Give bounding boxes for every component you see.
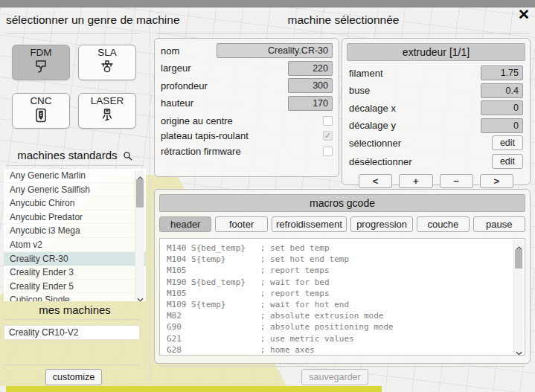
machine-type-label: FDM xyxy=(30,47,51,58)
list-item[interactable]: Cubicon Single xyxy=(4,293,146,301)
cnc-mill-icon xyxy=(32,106,50,126)
firmware-retract-checkbox[interactable] xyxy=(323,147,333,156)
tab-layer[interactable]: couche xyxy=(417,216,469,232)
left-panel-title: sélectionner un genre de machine xyxy=(6,13,180,27)
save-button[interactable]: sauvegarder xyxy=(301,369,368,385)
gcode-scrollbar[interactable] xyxy=(513,240,523,353)
tab-cooling[interactable]: refroidissement xyxy=(272,216,347,232)
nozzle-label: buse xyxy=(349,85,370,96)
machine-type-cnc[interactable]: CNC xyxy=(12,93,70,129)
left-title-divider xyxy=(6,33,140,33)
standards-machine-list: Any Generic Marlin Any Generic Sailfish … xyxy=(4,169,146,301)
tab-progress[interactable]: progression xyxy=(350,216,413,232)
list-item[interactable]: Atom v2 xyxy=(4,238,146,252)
belt-bed-label: plateau tapis-roulant xyxy=(161,130,249,141)
extruder-panel: extrudeur [1/1] filament buse décalage x… xyxy=(342,38,531,185)
list-item[interactable]: Anycubic Chiron xyxy=(4,196,146,211)
chevron-down-icon[interactable] xyxy=(135,292,145,300)
machine-settings-panel: nom largeur profondeur hauteur origine a… xyxy=(154,38,339,177)
gcode-editor[interactable]: M140 S{bed_temp} ; set bed temp M104 S{t… xyxy=(159,238,525,356)
standards-divider xyxy=(6,165,142,166)
machine-dialog: sélectionner un genre de machine machine… xyxy=(0,0,535,392)
standards-title: machines standards xyxy=(4,149,146,161)
machine-type-sla[interactable]: SLA xyxy=(78,45,136,80)
depth-label: profondeur xyxy=(161,80,208,91)
list-item[interactable]: Anycubic i3 Mega xyxy=(4,224,146,238)
filament-label: filament xyxy=(349,68,383,79)
gcode-scrollbar-thumb[interactable] xyxy=(515,249,522,269)
extruder-add-button[interactable]: + xyxy=(399,174,432,188)
depth-field[interactable] xyxy=(288,78,333,93)
standards-title-text: machines standards xyxy=(17,149,117,161)
machine-type-label: CNC xyxy=(30,95,51,106)
name-field[interactable] xyxy=(217,43,333,58)
machine-type-label: LASER xyxy=(91,95,124,106)
list-item[interactable]: Creality CR-30 xyxy=(4,252,146,266)
name-label: nom xyxy=(161,45,179,57)
width-label: largeur xyxy=(161,62,190,74)
width-field[interactable] xyxy=(288,61,333,76)
select-edit-button[interactable]: edit xyxy=(492,135,523,150)
fdm-extruder-icon xyxy=(32,58,50,78)
firmware-retract-label: rétraction firmware xyxy=(161,146,241,157)
origin-center-checkbox[interactable] xyxy=(323,116,333,126)
nozzle-field[interactable] xyxy=(481,83,523,98)
extruder-remove-button[interactable]: − xyxy=(440,174,473,188)
origin-center-label: origine au centre xyxy=(161,115,233,126)
height-field[interactable] xyxy=(288,96,333,111)
tab-pause[interactable]: pause xyxy=(473,216,525,232)
my-machine-item[interactable] xyxy=(4,325,140,340)
tab-footer[interactable]: footer xyxy=(215,216,267,232)
tab-header[interactable]: header xyxy=(159,216,211,232)
column-divider xyxy=(150,10,150,385)
offset-y-label: décalage y xyxy=(349,120,396,131)
gcode-text[interactable]: M140 S{bed_temp} ; set bed temp M104 S{t… xyxy=(160,239,525,356)
list-item[interactable]: Anycubic Predator xyxy=(4,211,146,225)
customize-button[interactable]: customize xyxy=(45,369,102,385)
list-item[interactable]: Creality Ender 3 xyxy=(4,266,146,280)
offset-y-field[interactable] xyxy=(481,118,523,133)
deselect-gcode-label: désélectionner xyxy=(349,156,412,167)
close-icon[interactable]: ✕ xyxy=(516,7,532,23)
chevron-up-icon[interactable] xyxy=(514,240,524,248)
height-label: hauteur xyxy=(161,97,193,109)
my-machines-title: mes machines xyxy=(4,303,146,316)
offset-x-field[interactable] xyxy=(481,100,523,115)
sla-printer-icon xyxy=(98,58,116,78)
footer-left-divider xyxy=(4,364,140,365)
top-bar xyxy=(0,0,535,7)
extruder-next-button[interactable]: > xyxy=(480,174,513,188)
list-item[interactable]: Any Generic Sailfish xyxy=(4,183,146,197)
list-item[interactable]: Creality Ender 5 xyxy=(4,280,146,294)
extruder-header: extrudeur [1/1] xyxy=(347,43,525,61)
list-item[interactable]: Any Generic Marlin xyxy=(4,169,146,183)
macros-header: macros gcode xyxy=(159,194,525,212)
right-title-divider xyxy=(156,33,530,33)
my-machines-divider xyxy=(4,319,140,320)
list-scrollbar-thumb[interactable] xyxy=(136,179,144,208)
footer-right-divider xyxy=(160,366,525,367)
deselect-edit-button[interactable]: edit xyxy=(492,154,523,169)
filament-field[interactable] xyxy=(481,65,523,80)
right-panel-title: machine sélectionnée xyxy=(156,13,531,27)
offset-x-label: décalage x xyxy=(349,103,396,114)
search-icon[interactable] xyxy=(121,149,132,161)
extruder-prev-button[interactable]: < xyxy=(359,174,392,188)
belt-edge-strip xyxy=(6,386,382,392)
chevron-down-icon[interactable] xyxy=(514,345,524,353)
machine-type-laser[interactable]: LASER xyxy=(78,93,136,129)
chevron-up-icon[interactable] xyxy=(135,170,145,179)
select-gcode-label: sélectionner xyxy=(349,138,401,149)
list-scrollbar[interactable] xyxy=(135,170,144,300)
laser-cutter-icon xyxy=(98,106,116,126)
machine-type-label: SLA xyxy=(97,47,117,58)
belt-bed-checkbox[interactable] xyxy=(323,131,333,141)
macros-tabs: header footer refroidissement progressio… xyxy=(159,216,525,232)
machine-type-fdm[interactable]: FDM xyxy=(12,45,70,80)
gcode-macros-panel: macros gcode header footer refroidisseme… xyxy=(154,189,531,364)
